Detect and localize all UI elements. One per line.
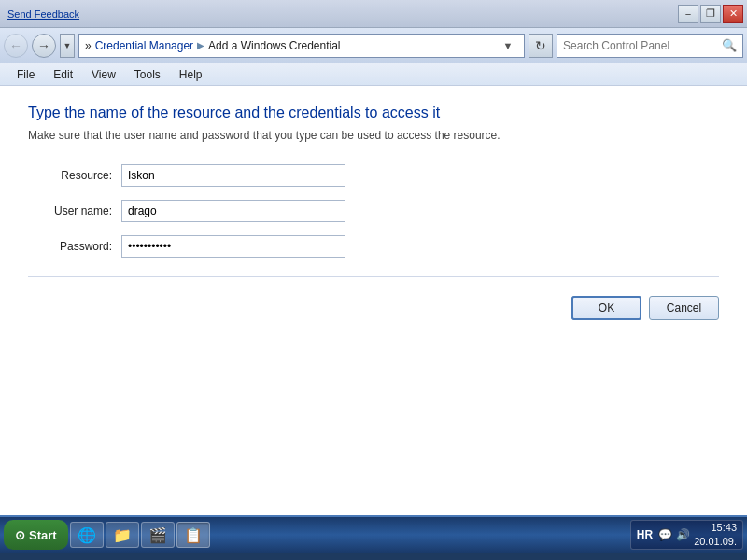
cancel-button[interactable]: Cancel xyxy=(649,296,719,320)
credential-form: Resource: User name: Password: xyxy=(37,164,719,258)
menu-edit[interactable]: Edit xyxy=(44,66,82,83)
volume-icon[interactable]: 🔊 xyxy=(676,528,690,541)
restore-button[interactable]: ❐ xyxy=(700,5,721,23)
system-tray: HR 💬 🔊 15:43 20.01.09. xyxy=(630,520,743,550)
password-row: Password: xyxy=(37,235,719,258)
menu-file[interactable]: File xyxy=(7,66,44,83)
media-icon: 🎬 xyxy=(148,526,167,544)
password-input[interactable] xyxy=(121,235,345,258)
page-title: Type the name of the resource and the cr… xyxy=(28,105,719,121)
navigation-bar: ← → ▼ » Credential Manager ▶ Add a Windo… xyxy=(0,28,747,63)
form-divider xyxy=(28,276,719,277)
resource-row: Resource: xyxy=(37,164,719,187)
language-indicator: HR xyxy=(637,528,653,541)
address-bar: » Credential Manager ▶ Add a Windows Cre… xyxy=(78,34,525,58)
menu-help[interactable]: Help xyxy=(170,66,212,83)
taskbar-media-button[interactable]: 🎬 xyxy=(141,522,175,548)
search-box: 🔍 xyxy=(557,34,743,58)
search-icon[interactable]: 🔍 xyxy=(722,38,737,52)
page-subtitle: Make sure that the user name and passwor… xyxy=(28,129,719,142)
search-input[interactable] xyxy=(563,39,722,52)
menu-tools[interactable]: Tools xyxy=(125,66,170,83)
address-dropdown-button[interactable]: ▼ xyxy=(498,35,518,57)
window-controls: − ❐ ✕ xyxy=(678,5,743,23)
clock-time: 15:43 xyxy=(694,521,737,535)
taskbar-explorer-button[interactable]: 📁 xyxy=(106,522,139,548)
feedback-link[interactable]: Send Feedback xyxy=(7,8,79,20)
start-label: Start xyxy=(29,528,57,542)
form-buttons: OK Cancel xyxy=(28,296,719,320)
address-part-1[interactable]: Credential Manager xyxy=(95,39,193,52)
back-button[interactable]: ← xyxy=(4,34,28,58)
taskbar: ⊙ Start 🌐 📁 🎬 📋 HR 💬 🔊 15:43 20.01.09. xyxy=(0,515,747,553)
username-row: User name: xyxy=(37,200,719,222)
ie-icon: 🌐 xyxy=(78,526,96,544)
refresh-button[interactable]: ↻ xyxy=(529,34,553,58)
cp-icon: 📋 xyxy=(184,526,203,544)
forward-button[interactable]: → xyxy=(32,34,56,58)
username-label: User name: xyxy=(37,204,121,217)
start-orb: ⊙ xyxy=(15,528,25,542)
notification-icon: 💬 xyxy=(658,528,672,541)
explorer-icon: 📁 xyxy=(113,526,132,544)
username-input[interactable] xyxy=(121,200,345,222)
address-separator-2: ▶ xyxy=(197,40,204,50)
menu-view[interactable]: View xyxy=(82,66,125,83)
start-button[interactable]: ⊙ Start xyxy=(4,520,68,550)
taskbar-cp-button[interactable]: 📋 xyxy=(176,522,210,548)
password-label: Password: xyxy=(37,240,121,253)
close-button[interactable]: ✕ xyxy=(723,5,743,23)
ok-button[interactable]: OK xyxy=(571,296,641,320)
resource-input[interactable] xyxy=(121,164,345,187)
main-content: Type the name of the resource and the cr… xyxy=(0,86,747,515)
nav-dropdown-button[interactable]: ▼ xyxy=(60,34,75,58)
system-clock[interactable]: 15:43 20.01.09. xyxy=(694,521,737,550)
menu-bar: File Edit View Tools Help xyxy=(0,63,747,86)
clock-date: 20.01.09. xyxy=(694,535,737,549)
resource-label: Resource: xyxy=(37,169,121,182)
minimize-button[interactable]: − xyxy=(678,5,698,23)
address-part-2: Add a Windows Credential xyxy=(208,39,340,52)
taskbar-ie-button[interactable]: 🌐 xyxy=(70,522,104,548)
address-separator-1: » xyxy=(85,39,92,52)
title-bar: Send Feedback − ❐ ✕ xyxy=(0,0,747,28)
